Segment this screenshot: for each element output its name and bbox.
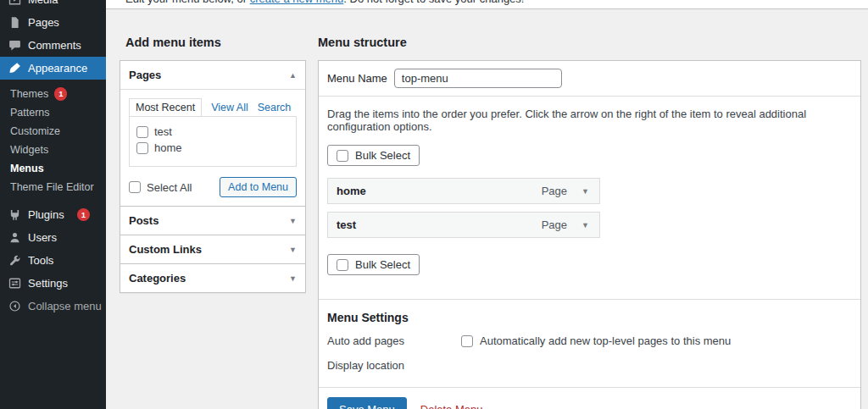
- menu-settings-heading: Menu Settings: [319, 300, 860, 328]
- bulk-select-label: Bulk Select: [355, 149, 410, 162]
- page-option-home[interactable]: home: [136, 140, 289, 156]
- sidebar-item-label: Media: [28, 0, 58, 6]
- tab-view-all[interactable]: View All: [211, 102, 248, 113]
- collapse-arrow-icon: [8, 300, 21, 312]
- tools-icon: [8, 254, 21, 267]
- top-notice-strip: Edit your menu below, or create a new me…: [106, 0, 868, 9]
- auto-add-pages-control[interactable]: Automatically add new top-level pages to…: [461, 334, 731, 347]
- sidebar-item-appearance[interactable]: Appearance: [0, 57, 106, 80]
- auto-add-pages-label: Auto add pages: [327, 334, 461, 347]
- menu-item-controls: Page ▼: [542, 185, 589, 197]
- submenu-item-customize[interactable]: Customize: [0, 122, 106, 141]
- bulk-select-button[interactable]: Bulk Select: [327, 145, 420, 166]
- pages-checklist: test home: [129, 116, 297, 167]
- accordion-custom-links-header[interactable]: Custom Links ▼: [120, 235, 305, 263]
- menu-item-test[interactable]: test Page ▼: [327, 212, 600, 238]
- settings-icon: [8, 277, 21, 290]
- checkbox[interactable]: [136, 142, 148, 154]
- sidebar-item-settings[interactable]: Settings: [0, 272, 106, 295]
- sidebar-item-tools[interactable]: Tools: [0, 249, 106, 272]
- sidebar-item-label: Tools: [28, 254, 53, 267]
- submenu-item-label: Customize: [10, 125, 60, 137]
- display-location-row: Display location: [319, 352, 860, 377]
- chevron-down-icon[interactable]: ▼: [581, 221, 589, 229]
- accordion-posts-header[interactable]: Posts ▼: [120, 206, 305, 235]
- collapse-down-icon[interactable]: ▼: [289, 274, 297, 283]
- collapse-menu-button[interactable]: Collapse menu: [0, 295, 106, 318]
- panel-footer: Save Menu Delete Menu: [319, 387, 860, 409]
- drag-instructions: Drag the items into the order you prefer…: [319, 97, 860, 135]
- plugins-update-badge: 1: [77, 208, 90, 222]
- users-icon: [8, 231, 21, 244]
- auto-add-pages-checkbox[interactable]: [461, 335, 473, 347]
- accordion-categories-header[interactable]: Categories ▼: [120, 263, 305, 292]
- create-new-menu-link[interactable]: create a new menu: [250, 0, 344, 5]
- pages-accordion-body: Most Recent View All Search test home Se…: [120, 89, 305, 206]
- appearance-submenu: Themes 1 Patterns Customize Widgets Menu…: [0, 80, 106, 203]
- add-to-menu-button[interactable]: Add to Menu: [220, 177, 297, 197]
- bulk-select-label: Bulk Select: [355, 258, 410, 271]
- add-menu-items-heading: Add menu items: [125, 36, 221, 49]
- themes-update-badge: 1: [54, 87, 67, 101]
- menu-item-controls: Page ▼: [542, 218, 589, 231]
- submenu-item-menus[interactable]: Menus: [0, 159, 106, 178]
- select-all-control[interactable]: Select All: [129, 181, 192, 194]
- tab-search[interactable]: Search: [258, 102, 292, 113]
- sidebar-item-label: Collapse menu: [28, 300, 102, 312]
- submenu-item-theme-file-editor[interactable]: Theme File Editor: [0, 178, 106, 196]
- sidebar-item-media[interactable]: Media: [0, 0, 106, 11]
- chevron-down-icon[interactable]: ▼: [581, 187, 589, 196]
- bulk-select-checkbox[interactable]: [337, 150, 348, 162]
- checkbox[interactable]: [136, 126, 148, 138]
- pages-tabs: Most Recent View All Search: [129, 98, 297, 116]
- submenu-item-label: Themes: [10, 88, 48, 100]
- sidebar-item-pages[interactable]: Pages: [0, 11, 106, 34]
- sidebar-item-label: Users: [28, 231, 57, 244]
- bulk-select-checkbox[interactable]: [337, 259, 348, 271]
- delete-menu-link[interactable]: Delete Menu: [420, 403, 483, 409]
- menu-item-home[interactable]: home Page ▼: [327, 178, 600, 204]
- plugins-icon: [8, 208, 21, 221]
- sidebar-item-label: Pages: [28, 16, 59, 29]
- submenu-item-label: Menus: [10, 163, 44, 174]
- page-option-label: test: [154, 125, 172, 138]
- sidebar-item-users[interactable]: Users: [0, 226, 106, 249]
- page-option-test[interactable]: test: [136, 124, 289, 140]
- display-location-label: Display location: [327, 359, 461, 372]
- select-all-checkbox[interactable]: [129, 181, 141, 193]
- comments-icon: [8, 39, 21, 52]
- collapse-down-icon[interactable]: ▼: [289, 246, 297, 254]
- media-icon: [8, 0, 21, 6]
- bulk-select-button[interactable]: Bulk Select: [327, 254, 420, 275]
- pages-icon: [8, 16, 21, 29]
- select-all-label: Select All: [147, 181, 192, 194]
- top-notice: Edit your menu below, or create a new me…: [125, 0, 524, 5]
- collapse-up-icon[interactable]: ▲: [289, 71, 297, 80]
- sidebar-item-label: Comments: [28, 39, 81, 52]
- submenu-item-patterns[interactable]: Patterns: [0, 103, 106, 122]
- menu-item-label: home: [337, 185, 366, 197]
- menu-structure-panel: Menu Name Drag the items into the order …: [318, 60, 861, 409]
- accordion-posts-label: Posts: [129, 214, 159, 227]
- auto-add-pages-text: Automatically add new top-level pages to…: [480, 334, 731, 347]
- menu-name-input[interactable]: [394, 69, 562, 88]
- auto-add-pages-row: Auto add pages Automatically add new top…: [319, 328, 860, 352]
- save-menu-button[interactable]: Save Menu: [327, 397, 407, 409]
- accordion-pages-header[interactable]: Pages ▲: [120, 61, 305, 89]
- accordion-categories-label: Categories: [129, 272, 186, 285]
- notice-text: . Do not forget to save your changes!: [343, 0, 524, 5]
- menu-item-type: Page: [542, 218, 567, 231]
- submenu-item-themes[interactable]: Themes 1: [0, 85, 106, 103]
- tab-most-recent[interactable]: Most Recent: [129, 98, 202, 117]
- submenu-item-label: Widgets: [10, 144, 48, 156]
- submenu-item-label: Patterns: [10, 107, 50, 119]
- sidebar-item-label: Appearance: [28, 62, 87, 75]
- submenu-item-widgets[interactable]: Widgets: [0, 141, 106, 159]
- sidebar-item-label: Plugins: [28, 208, 64, 221]
- menu-name-row: Menu Name: [319, 61, 860, 97]
- sidebar-item-label: Settings: [28, 277, 68, 290]
- sidebar-item-plugins[interactable]: Plugins 1: [0, 203, 106, 226]
- add-menu-items-accordion: Pages ▲ Most Recent View All Search test…: [120, 60, 306, 293]
- collapse-down-icon[interactable]: ▼: [289, 217, 297, 225]
- sidebar-item-comments[interactable]: Comments: [0, 34, 106, 57]
